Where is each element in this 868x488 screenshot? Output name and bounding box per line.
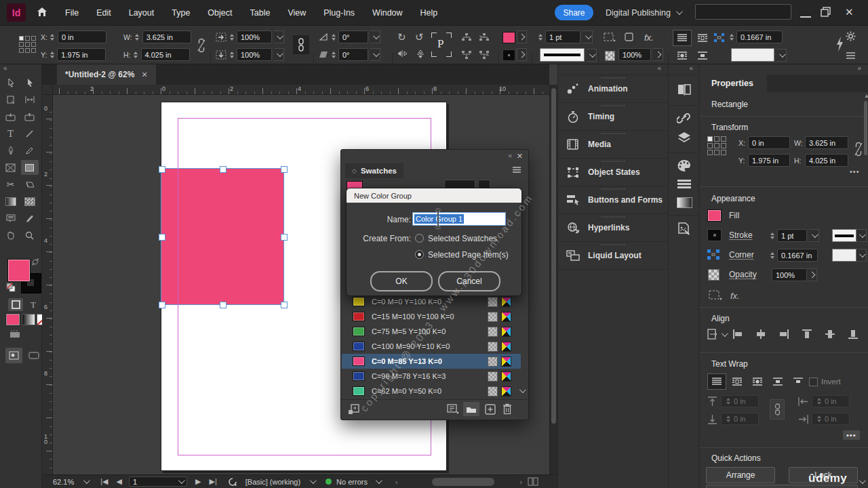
gradient-panel-icon[interactable]: [677, 197, 692, 208]
prop-textwrap-jump-to-next-column-button[interactable]: [789, 373, 808, 390]
new-swatch-icon[interactable]: [485, 404, 496, 415]
flip-vertical-icon[interactable]: [416, 49, 425, 60]
offset-link-icon[interactable]: [770, 399, 785, 420]
prop-effects-fx-icon[interactable]: fx.: [730, 291, 740, 301]
collapse-dock-icon[interactable]: «: [558, 64, 668, 75]
prop-h-field[interactable]: 4.025 in: [805, 154, 848, 167]
pencil-tool[interactable]: [21, 143, 39, 158]
prop-constrain-icon[interactable]: [854, 140, 863, 158]
swatches-menu-icon[interactable]: [512, 166, 521, 174]
shear-stepper[interactable]: [330, 52, 336, 58]
prop-stroke-weight-stepper[interactable]: [769, 232, 775, 239]
pen-tool[interactable]: [2, 143, 20, 158]
align-to-dropdown[interactable]: [707, 329, 726, 340]
panel-tab-object-states[interactable]: Object States: [558, 159, 668, 186]
selection-handle[interactable]: [281, 166, 288, 173]
links-panel-icon[interactable]: [677, 112, 692, 124]
textwrap-bounding-box-button[interactable]: [693, 30, 712, 46]
constrain-proportions-icon[interactable]: [197, 37, 206, 54]
apply-color-button[interactable]: [6, 314, 20, 325]
opacity-flyout[interactable]: [653, 48, 663, 61]
zoom-level[interactable]: 62.1%: [53, 478, 74, 486]
fill-proxy-swatch[interactable]: [7, 259, 31, 282]
menu-help[interactable]: Help: [420, 8, 438, 18]
view-options-icon[interactable]: [8, 330, 22, 338]
formatting-affects-container-button[interactable]: [8, 298, 23, 311]
opacity-field[interactable]: 100%: [618, 48, 651, 61]
menu-layout[interactable]: Layout: [129, 8, 155, 18]
stroke-style-dropdown[interactable]: [587, 49, 597, 62]
prop-corner-field[interactable]: 0.1667 in: [777, 249, 818, 262]
prop-opacity-field[interactable]: 100%: [772, 268, 807, 281]
scale-x-stepper[interactable]: [229, 34, 235, 41]
app-logo[interactable]: Id: [7, 3, 26, 22]
screen-mode-normal-button[interactable]: [5, 348, 22, 363]
offset-right-field[interactable]: 0 in: [812, 413, 850, 425]
scale-y-stepper[interactable]: [229, 52, 235, 58]
gap-field[interactable]: 0.1667 in: [736, 30, 783, 43]
stroke-weight-stepper[interactable]: [537, 34, 543, 41]
align-center-vertical-button[interactable]: [824, 329, 835, 340]
offset-top-field[interactable]: 0 in: [721, 395, 759, 407]
next-page-button[interactable]: ▶: [195, 477, 201, 486]
selection-handle[interactable]: [281, 302, 288, 308]
default-fill-stroke-icon[interactable]: [6, 283, 16, 292]
prop-corner-shape-preview[interactable]: [832, 249, 856, 262]
y-field[interactable]: 1.975 in: [57, 48, 106, 61]
reference-point-proxy[interactable]: [19, 36, 36, 53]
w-stepper[interactable]: [134, 34, 140, 41]
ruler-corner[interactable]: [42, 85, 53, 95]
rotation-stepper[interactable]: [330, 34, 336, 41]
arrange-button[interactable]: Arrange: [706, 467, 775, 483]
textwrap-none-button[interactable]: [673, 30, 692, 46]
prop-fill-label[interactable]: Fill: [729, 211, 739, 220]
prop-opacity-label[interactable]: Opacity: [729, 270, 757, 279]
corner-options-icon[interactable]: [604, 33, 616, 42]
share-button[interactable]: Share: [555, 5, 593, 20]
show-swatch-kinds-icon[interactable]: [348, 404, 359, 415]
text-wrap-more-options[interactable]: •••: [843, 430, 860, 440]
swatch-row-selected[interactable]: C=0 M=85 Y=13 K=0: [342, 354, 521, 369]
select-previous-icon[interactable]: [461, 49, 472, 60]
screen-mode-preview-button[interactable]: [25, 348, 42, 363]
selection-handle[interactable]: [159, 302, 165, 308]
menu-view[interactable]: View: [288, 8, 306, 18]
content-grabber[interactable]: P: [431, 33, 452, 57]
swatch-row[interactable]: C=15 M=100 Y=100 K=0: [342, 309, 521, 324]
align-center-horizontal-button[interactable]: [755, 329, 766, 340]
cancel-button[interactable]: Cancel: [438, 271, 500, 291]
x-field[interactable]: 0 in: [58, 30, 106, 43]
first-page-button[interactable]: |◀: [100, 477, 108, 486]
swatch-row[interactable]: C=75 M=5 Y=100 K=0: [342, 324, 521, 339]
frame-tool[interactable]: [2, 160, 20, 175]
zoom-tool[interactable]: [21, 228, 39, 243]
panel-tab-hyperlinks[interactable]: Hyperlinks: [558, 214, 668, 242]
select-content-icon[interactable]: [479, 32, 490, 43]
swatch-row[interactable]: C=0 M=0 Y=100 K=0: [342, 294, 521, 309]
swatch-row[interactable]: C=96 M=78 Y=16 K=3: [342, 369, 521, 384]
properties-scrollbar-thumb[interactable]: [864, 101, 867, 155]
delete-swatch-icon[interactable]: [502, 403, 512, 415]
apply-gradient-button[interactable]: [22, 314, 35, 325]
y-stepper[interactable]: [49, 52, 55, 58]
split-view-icon[interactable]: [528, 477, 538, 486]
prop-stroke-swatch[interactable]: [707, 229, 722, 241]
shear-field[interactable]: 0°: [338, 48, 368, 61]
quick-action-partial-button[interactable]: [706, 485, 858, 488]
panel-menu-icon[interactable]: [846, 52, 856, 60]
hscroll-right-arrow[interactable]: ›: [520, 478, 523, 486]
menu-edit[interactable]: Edit: [96, 8, 111, 18]
menu-plugins[interactable]: Plug-Ins: [323, 8, 355, 18]
link-scale-icon[interactable]: [293, 35, 309, 54]
prop-textwrap-none-button[interactable]: [707, 373, 726, 390]
corner-shape-preview[interactable]: [731, 48, 774, 62]
offset-left-field[interactable]: 0 in: [812, 395, 850, 407]
radio-selected-page-items-label[interactable]: Selected Page Item(s): [428, 250, 509, 260]
selection-handle[interactable]: [159, 234, 165, 241]
color-panel-icon[interactable]: [677, 159, 692, 172]
selection-handle[interactable]: [281, 234, 288, 241]
stroke-style-preview[interactable]: [540, 48, 585, 62]
type-tool[interactable]: T: [2, 126, 20, 141]
panel-collapse-icon[interactable]: «: [508, 152, 512, 159]
window-restore-button[interactable]: [821, 7, 831, 17]
